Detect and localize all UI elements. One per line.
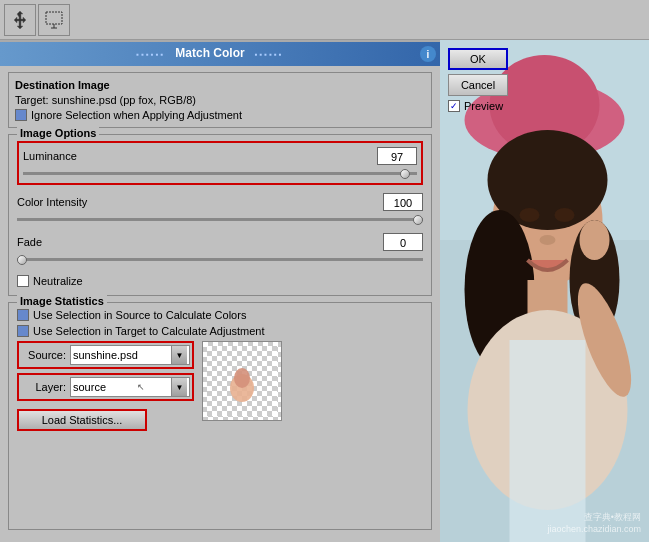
titlebar-dots-right: ▪▪▪▪▪▪: [255, 50, 284, 59]
thumbnail-svg: [207, 346, 277, 416]
source-dropdown[interactable]: sunshine.psd ▼: [70, 345, 190, 365]
target-value: sunshine.psd (pp fox, RGB/8): [52, 94, 196, 106]
use-selection-target-checkbox[interactable]: [17, 325, 29, 337]
source-row: Source: sunshine.psd ▼: [17, 341, 194, 369]
photo-svg: [440, 40, 649, 542]
color-intensity-thumb[interactable]: [413, 215, 423, 225]
layer-value: source: [73, 381, 106, 393]
main-area: ▪▪▪▪▪▪ Match Color ▪▪▪▪▪▪ i Destination …: [0, 40, 649, 542]
svg-point-20: [540, 235, 556, 245]
svg-rect-1: [46, 12, 62, 24]
svg-point-25: [580, 220, 610, 260]
fade-label: Fade: [17, 236, 42, 248]
neutralize-label: Neutralize: [33, 275, 83, 287]
use-selection-target-row: Use Selection in Target to Calculate Adj…: [17, 325, 423, 337]
watermark-line1: 查字典•教程网: [547, 511, 641, 524]
ok-button[interactable]: OK: [448, 48, 508, 70]
ignore-selection-label: Ignore Selection when Applying Adjustmen…: [31, 109, 242, 121]
color-intensity-slider-row: Color Intensity 100: [17, 193, 423, 225]
destination-title: Destination Image: [9, 77, 431, 93]
toolbar: [0, 0, 649, 40]
luminance-label: Luminance: [23, 150, 77, 162]
source-value: sunshine.psd: [73, 349, 138, 361]
source-thumbnail: [202, 341, 282, 421]
image-statistics-group: Image Statistics Use Selection in Source…: [8, 302, 432, 530]
fade-slider-row: Fade 0: [17, 233, 423, 265]
selection-tool-icon[interactable]: [38, 4, 70, 36]
preview-checkbox[interactable]: ✓: [448, 100, 460, 112]
layer-row: Layer: source ↖ ▼: [17, 373, 194, 401]
source-dropdown-arrow[interactable]: ▼: [171, 346, 187, 364]
luminance-thumb[interactable]: [400, 169, 410, 179]
color-intensity-label: Color Intensity: [17, 196, 87, 208]
cancel-button[interactable]: Cancel: [448, 74, 508, 96]
luminance-value[interactable]: 97: [377, 147, 417, 165]
cursor-indicator: ↖: [137, 382, 145, 392]
fade-track[interactable]: [17, 253, 423, 265]
dialog-info-icon[interactable]: i: [420, 46, 436, 62]
image-options-group: Image Options Luminance 97: [8, 134, 432, 296]
destination-target-row: Target: sunshine.psd (pp fox, RGB/8): [9, 93, 431, 107]
svg-point-19: [555, 208, 575, 222]
svg-marker-0: [14, 11, 26, 29]
load-stats-label: Load Statistics...: [42, 414, 123, 426]
source-layer-area: Source: sunshine.psd ▼ Layer: source ↖: [17, 341, 423, 431]
dialog-body: Destination Image Target: sunshine.psd (…: [0, 66, 440, 542]
svg-point-9: [234, 368, 250, 388]
use-selection-source-row: Use Selection in Source to Calculate Col…: [17, 309, 423, 321]
dialog-titlebar: ▪▪▪▪▪▪ Match Color ▪▪▪▪▪▪ i: [0, 40, 440, 66]
neutralize-row: Neutralize: [17, 273, 423, 289]
watermark: 查字典•教程网 jiaochen.chazidian.com: [547, 511, 641, 534]
fade-thumb[interactable]: [17, 255, 27, 265]
watermark-line2: jiaochen.chazidian.com: [547, 524, 641, 534]
target-label: Target:: [15, 94, 49, 106]
use-selection-target-label: Use Selection in Target to Calculate Adj…: [33, 325, 265, 337]
load-statistics-button[interactable]: Load Statistics...: [17, 409, 147, 431]
destination-image-section: Destination Image Target: sunshine.psd (…: [8, 72, 432, 128]
use-selection-source-checkbox[interactable]: [17, 309, 29, 321]
preview-row: ✓ Preview: [448, 100, 508, 112]
color-intensity-value[interactable]: 100: [383, 193, 423, 211]
layer-label: Layer:: [21, 381, 66, 393]
layer-dropdown-arrow[interactable]: ▼: [171, 378, 187, 396]
neutralize-checkbox[interactable]: [17, 275, 29, 287]
move-tool-icon[interactable]: [4, 4, 36, 36]
image-options-label: Image Options: [17, 127, 99, 139]
source-label: Source:: [21, 349, 66, 361]
match-color-dialog: ▪▪▪▪▪▪ Match Color ▪▪▪▪▪▪ i Destination …: [0, 40, 440, 542]
svg-point-18: [520, 208, 540, 222]
titlebar-dots-left: ▪▪▪▪▪▪: [136, 50, 165, 59]
image-statistics-label: Image Statistics: [17, 295, 107, 307]
dialog-title: Match Color: [175, 46, 244, 60]
color-intensity-track[interactable]: [17, 213, 423, 225]
ignore-selection-checkbox[interactable]: [15, 109, 27, 121]
ignore-selection-row: Ignore Selection when Applying Adjustmen…: [9, 107, 431, 123]
preview-label: Preview: [464, 100, 503, 112]
luminance-track[interactable]: [23, 167, 417, 179]
use-selection-source-label: Use Selection in Source to Calculate Col…: [33, 309, 246, 321]
photo-panel: OK Cancel ✓ Preview: [440, 40, 649, 542]
photo-background: 查字典•教程网 jiaochen.chazidian.com: [440, 40, 649, 542]
layer-dropdown[interactable]: source ↖ ▼: [70, 377, 190, 397]
source-layer-controls: Source: sunshine.psd ▼ Layer: source ↖: [17, 341, 194, 431]
dialog-buttons: OK Cancel ✓ Preview: [448, 48, 508, 112]
luminance-slider-row: Luminance 97: [17, 141, 423, 185]
fade-value[interactable]: 0: [383, 233, 423, 251]
